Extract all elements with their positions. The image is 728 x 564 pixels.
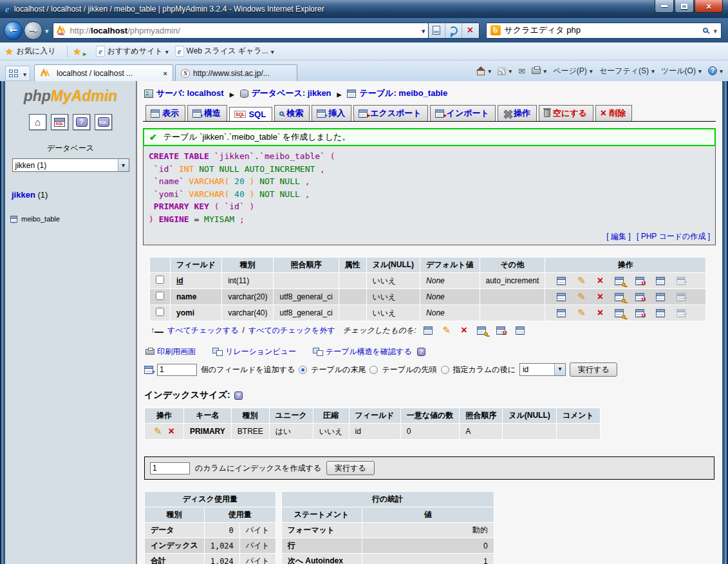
help-info-icon[interactable] — [234, 391, 243, 400]
index-icon[interactable] — [656, 293, 665, 301]
primary-key-icon[interactable] — [615, 277, 624, 285]
relation-view-link[interactable]: リレーションビュー — [212, 346, 296, 357]
check-all-link[interactable]: すべてチェックする — [167, 325, 239, 336]
favorites-button[interactable]: お気に入り — [5, 46, 55, 57]
web-slice-button[interactable]: Web スライス ギャラ... — [175, 46, 274, 57]
forward-button[interactable] — [24, 21, 42, 40]
sidebar-table-item[interactable]: meibo_table — [10, 215, 136, 223]
tab-empty[interactable]: 空にする — [539, 105, 593, 121]
sidebar-database-link[interactable]: jikken — [12, 190, 35, 200]
browse-values-icon[interactable] — [424, 326, 433, 335]
browser-tab-sist[interactable]: http://www.sist.ac.jp/... — [175, 64, 297, 81]
tab-export[interactable]: エクスポート — [353, 105, 428, 121]
field-name[interactable]: id — [171, 273, 222, 289]
breadcrumb-database-link[interactable]: データベース: jikken — [240, 88, 331, 99]
address-dropdown-icon[interactable] — [422, 24, 425, 36]
edit-icon[interactable] — [577, 275, 586, 287]
drop-icon[interactable] — [169, 426, 174, 437]
add-favorite-button[interactable] — [73, 46, 89, 57]
index-icon[interactable] — [656, 277, 665, 285]
primary-key-icon[interactable] — [615, 293, 624, 301]
radio-table-end[interactable] — [299, 366, 307, 374]
tab-import[interactable]: インポート — [430, 105, 496, 121]
primary-key-icon[interactable] — [477, 326, 486, 335]
tab-drop[interactable]: 削除 — [595, 105, 632, 121]
tab-search[interactable]: 検索 — [274, 105, 310, 121]
drop-icon[interactable] — [461, 325, 467, 335]
primary-key-icon[interactable] — [615, 309, 624, 317]
back-button[interactable] — [4, 21, 23, 40]
search-icon[interactable] — [703, 28, 708, 33]
refresh-button[interactable] — [445, 23, 462, 38]
maximize-button[interactable] — [675, 0, 694, 13]
table-row: 合計 1,024 バイト — [145, 554, 276, 564]
sidebar-docs-button[interactable] — [73, 114, 90, 130]
breadcrumb-server-link[interactable]: サーバ: localhost — [144, 88, 224, 99]
recent-pages-dropdown[interactable] — [42, 24, 53, 36]
minimize-button[interactable] — [655, 0, 674, 13]
select-dropdown-icon[interactable] — [118, 159, 129, 171]
create-php-code-link[interactable]: [ PHP コードの作成 ] — [637, 232, 710, 241]
search-dropdown-icon[interactable] — [713, 24, 717, 36]
breadcrumb-table-link[interactable]: テーブル: meibo_table — [347, 88, 447, 99]
search-box[interactable] — [486, 23, 722, 39]
browser-tab-phpmyadmin[interactable]: localhost / localhost ... — [34, 64, 173, 81]
unique-icon[interactable] — [635, 293, 644, 301]
database-select[interactable]: jikken (1) — [12, 158, 129, 172]
sidebar-home-button[interactable] — [29, 114, 46, 130]
column-select[interactable]: id — [519, 363, 566, 376]
tab-insert[interactable]: 挿入 — [312, 105, 351, 121]
help-info-icon[interactable] — [417, 348, 425, 356]
edit-icon[interactable] — [443, 324, 451, 336]
index-icon[interactable] — [516, 326, 525, 335]
row-checkbox[interactable] — [156, 292, 164, 300]
go-button[interactable]: 実行する — [570, 362, 618, 377]
feeds-button[interactable] — [498, 66, 512, 75]
index-icon[interactable] — [656, 309, 665, 317]
help-button[interactable] — [708, 66, 723, 75]
browse-values-icon[interactable] — [557, 309, 566, 317]
close-tab-icon[interactable] — [163, 70, 167, 77]
unique-icon[interactable] — [496, 326, 505, 335]
propose-structure-link[interactable]: テーブル構造を確認する — [313, 346, 412, 357]
edit-sql-link[interactable]: [ 編集 ] — [606, 232, 630, 241]
browse-values-icon[interactable] — [557, 293, 566, 301]
browse-values-icon[interactable] — [557, 277, 566, 285]
tab-browse[interactable]: 表示 — [145, 105, 185, 121]
row-checkbox[interactable] — [156, 308, 164, 316]
tools-menu-button[interactable]: ツール(O) — [661, 66, 702, 77]
address-bar[interactable]: PMA http://localhost/phpmyadmin/ — [53, 23, 429, 39]
stop-button[interactable] — [462, 23, 479, 38]
drop-icon[interactable] — [597, 292, 603, 302]
print-view-link[interactable]: 印刷用画面 — [145, 346, 196, 357]
edit-icon[interactable] — [154, 426, 162, 437]
tab-operations[interactable]: 操作 — [498, 105, 537, 121]
radio-table-begin[interactable] — [369, 366, 378, 374]
safety-menu-button[interactable]: セーフティ(S) — [599, 66, 655, 77]
drop-icon[interactable] — [597, 308, 603, 318]
page-menu-button[interactable]: ページ(P) — [553, 66, 593, 77]
sidebar-sql-history-button[interactable] — [95, 114, 112, 130]
edit-icon[interactable] — [577, 307, 586, 319]
add-field-count-input[interactable] — [157, 364, 197, 376]
edit-icon[interactable] — [577, 291, 586, 303]
tab-sql[interactable]: SQL — [229, 107, 272, 121]
compatibility-view-button[interactable] — [429, 23, 445, 38]
unique-icon[interactable] — [635, 309, 644, 317]
uncheck-all-link[interactable]: すべてのチェックを外す — [248, 325, 335, 336]
go-button[interactable]: 実行する — [326, 461, 375, 475]
drop-icon[interactable] — [597, 276, 603, 286]
home-button[interactable] — [476, 66, 491, 75]
unique-icon[interactable] — [635, 277, 644, 285]
row-checkbox[interactable] — [156, 276, 164, 284]
quick-tabs-button[interactable] — [5, 66, 30, 81]
read-mail-button[interactable] — [518, 66, 525, 76]
suggested-sites-button[interactable]: おすすめサイト — [96, 46, 169, 57]
tab-structure[interactable]: 構造 — [187, 105, 227, 121]
close-button[interactable] — [695, 0, 723, 13]
create-index-count-input[interactable] — [150, 462, 190, 475]
search-input[interactable] — [505, 26, 704, 35]
radio-after-column[interactable] — [441, 366, 449, 374]
sidebar-query-window-button[interactable] — [51, 114, 68, 130]
print-button[interactable] — [532, 66, 546, 75]
